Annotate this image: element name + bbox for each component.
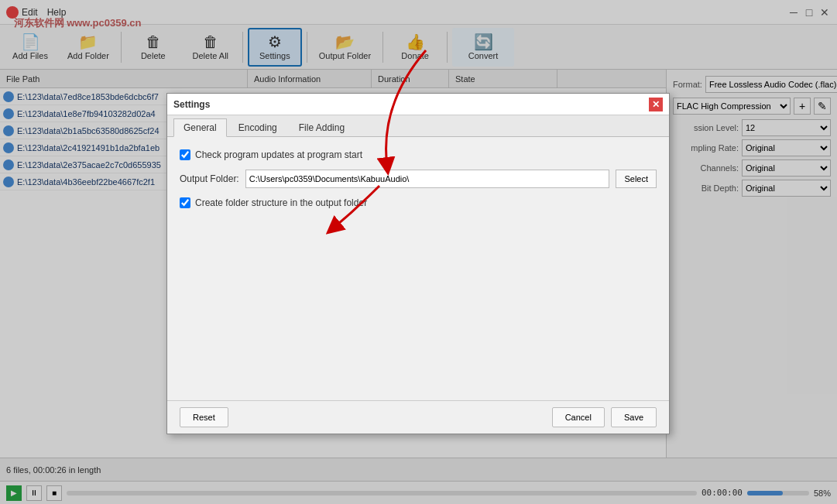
cancel-button[interactable]: Cancel xyxy=(552,407,605,427)
output-folder-label: Output Folder: xyxy=(180,173,239,184)
tab-encoding[interactable]: Encoding xyxy=(228,118,287,136)
tab-file-adding[interactable]: File Adding xyxy=(289,118,355,136)
output-folder-row: Output Folder: Select xyxy=(180,170,657,188)
dialog-overlay: Settings ✕ General Encoding File Adding … xyxy=(0,0,837,504)
dialog-title: Settings xyxy=(173,99,210,110)
create-folder-checkbox[interactable] xyxy=(180,197,190,208)
dialog-footer-right: Cancel Save xyxy=(552,407,657,427)
dialog-title-bar: Settings ✕ xyxy=(167,94,669,115)
create-folder-label: Create folder structure in the output fo… xyxy=(195,197,367,208)
reset-button[interactable]: Reset xyxy=(180,407,228,427)
dialog-footer: Reset Cancel Save xyxy=(167,400,669,434)
check-updates-row: Check program updates at program start xyxy=(180,149,657,160)
check-updates-label: Check program updates at program start xyxy=(195,149,362,160)
output-folder-select-button[interactable]: Select xyxy=(616,170,657,188)
dialog-content: Check program updates at program start O… xyxy=(167,137,669,400)
save-button[interactable]: Save xyxy=(611,407,657,427)
dialog-tabs: General Encoding File Adding xyxy=(167,115,669,137)
output-folder-input[interactable] xyxy=(245,170,610,188)
settings-dialog: Settings ✕ General Encoding File Adding … xyxy=(166,93,670,434)
create-folder-row: Create folder structure in the output fo… xyxy=(180,197,657,208)
tab-general[interactable]: General xyxy=(173,118,227,137)
check-updates-checkbox[interactable] xyxy=(180,149,190,160)
dialog-close-button[interactable]: ✕ xyxy=(649,98,663,111)
